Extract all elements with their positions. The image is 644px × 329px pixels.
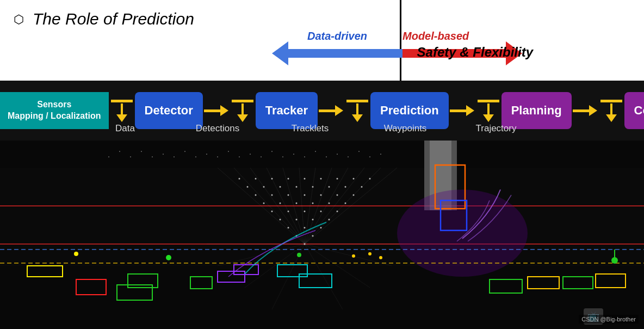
svg-point-76: [184, 151, 185, 152]
pipeline-bar: Sensors Mapping / Localization Detector: [0, 81, 644, 141]
title-area: ⬡ The Role of Prediction: [11, 10, 194, 28]
svg-point-94: [380, 154, 381, 155]
svg-point-29: [320, 194, 322, 196]
svg-point-121: [368, 252, 371, 255]
arrow-right: Safety & Flexibility: [403, 46, 522, 61]
sensors-node: Sensors Mapping / Localization: [0, 92, 109, 129]
data-driven-block: Data-driven: [272, 30, 403, 61]
svg-point-83: [261, 156, 262, 157]
svg-point-89: [326, 156, 327, 157]
svg-point-41: [255, 178, 257, 180]
svg-point-86: [293, 154, 294, 155]
svg-point-11: [296, 219, 298, 221]
svg-point-16: [304, 211, 306, 212]
svg-point-90: [337, 154, 338, 155]
arrow-h-body: [204, 109, 220, 112]
svg-point-34: [280, 186, 281, 188]
t-head-down: [116, 114, 127, 122]
tracker-label: Tracker: [265, 103, 308, 118]
control-label: Control: [634, 103, 644, 118]
arrow-h-body-4: [573, 109, 589, 112]
arrow-connector-3: [450, 105, 474, 116]
arrow-connector-4: [573, 105, 597, 116]
svg-point-72: [141, 151, 142, 152]
detector-label: Detector: [145, 103, 193, 118]
svg-rect-1: [0, 168, 644, 266]
svg-point-88: [315, 151, 316, 152]
svg-point-69: [108, 156, 109, 157]
prediction-label: Prediction: [380, 103, 439, 118]
t-top-bar-4: [478, 100, 499, 102]
t-stem-4: [487, 103, 490, 114]
arrow-h-body-3: [450, 109, 466, 112]
arrow-h-head-2: [335, 105, 343, 116]
svg-point-115: [166, 255, 171, 260]
svg-point-75: [174, 156, 175, 157]
svg-point-37: [329, 186, 330, 188]
top-section: ⬡ The Role of Prediction Data-driven Mod…: [0, 0, 644, 81]
svg-point-74: [163, 154, 164, 155]
svg-point-87: [304, 156, 305, 157]
svg-point-116: [297, 253, 301, 257]
svg-point-32: [247, 186, 249, 188]
control-node: Control: [624, 92, 644, 129]
t-stem-2: [242, 103, 244, 114]
svg-point-23: [329, 203, 330, 204]
svg-point-20: [280, 203, 281, 204]
svg-point-85: [282, 156, 283, 157]
svg-point-8: [304, 227, 306, 229]
t-connector-2: [232, 100, 253, 122]
svg-point-27: [288, 194, 289, 196]
svg-point-73: [152, 156, 153, 157]
svg-point-122: [379, 256, 382, 259]
svg-point-35: [296, 186, 298, 188]
svg-point-22: [312, 203, 314, 204]
svg-point-38: [345, 186, 346, 188]
detector-node: Detector: [135, 92, 203, 129]
t-stem-5: [610, 103, 612, 114]
watermark: CSDN @Big-brother: [579, 315, 639, 324]
model-based-block: Model-based Safety & Flexibility: [403, 30, 522, 61]
svg-point-25: [255, 194, 257, 196]
svg-point-97: [397, 190, 528, 277]
t-connector-3: [346, 100, 368, 122]
arrow-left-body: [283, 49, 403, 58]
t-head-down-2: [237, 114, 248, 122]
svg-point-81: [239, 156, 240, 157]
svg-point-17: [320, 211, 322, 212]
arrow-connector-2: [319, 105, 343, 116]
svg-point-28: [304, 194, 306, 196]
main-title: The Role of Prediction: [33, 10, 194, 28]
svg-point-79: [217, 156, 218, 157]
sensors-label: Sensors Mapping / Localization: [8, 99, 101, 122]
t-head-down-5: [606, 114, 617, 122]
svg-point-82: [250, 154, 251, 155]
svg-point-70: [119, 151, 120, 152]
t-head-down-3: [352, 114, 363, 122]
arrow-connector-1: [204, 105, 228, 116]
prediction-node: Prediction: [370, 92, 449, 129]
model-based-label: Model-based: [403, 30, 469, 42]
t-connector-5: [600, 100, 622, 122]
pipeline-inner: Sensors Mapping / Localization Detector: [0, 81, 644, 141]
svg-point-77: [195, 156, 196, 157]
svg-point-47: [353, 178, 355, 180]
t-top-bar-2: [232, 100, 253, 102]
svg-point-30: [337, 194, 338, 196]
data-driven-label: Data-driven: [307, 30, 367, 42]
t-top-bar: [111, 100, 133, 102]
svg-point-93: [369, 156, 370, 157]
arrow-h-body-2: [319, 109, 335, 112]
svg-point-91: [348, 156, 349, 157]
planning-label: Planning: [511, 103, 562, 118]
svg-point-43: [288, 178, 289, 180]
svg-point-44: [304, 178, 306, 180]
svg-point-46: [337, 178, 338, 180]
t-connector-4: [478, 100, 499, 122]
t-stem: [121, 103, 123, 114]
t-top-bar-3: [346, 100, 368, 102]
svg-point-10: [280, 219, 281, 221]
svg-point-78: [206, 154, 207, 155]
svg-point-45: [320, 178, 322, 180]
t-top-bar-5: [600, 100, 622, 102]
